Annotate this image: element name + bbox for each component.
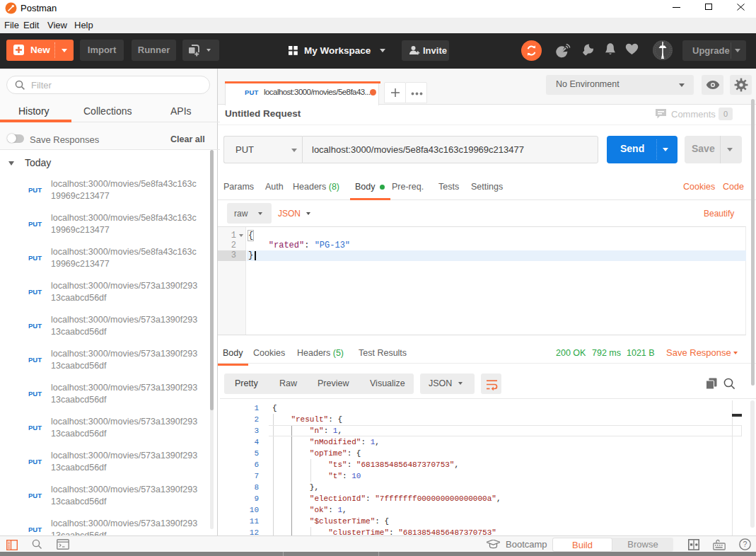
svg-text:?: ? — [743, 540, 748, 548]
